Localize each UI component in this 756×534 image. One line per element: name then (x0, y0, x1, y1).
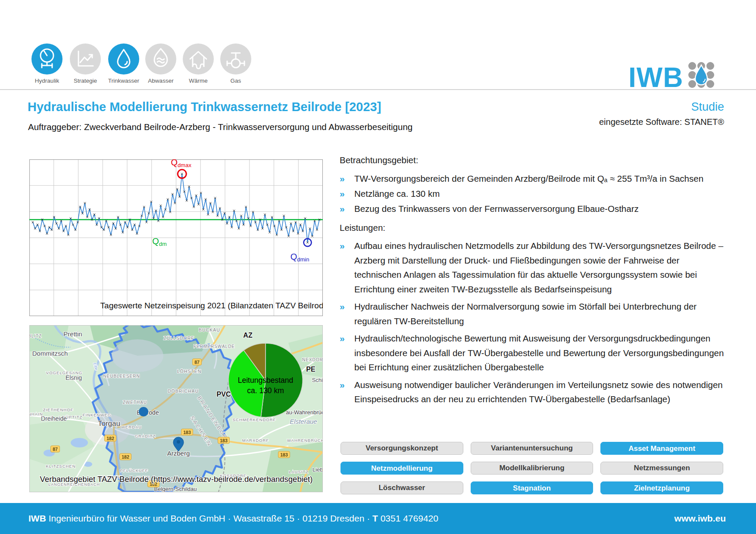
road-shield-number: 182 (106, 436, 114, 441)
chevron-bullet-icon: » (340, 171, 354, 186)
map-label: Lieb (312, 466, 322, 473)
map-label: ZWETHAU (123, 400, 147, 405)
map-label: LAUSITZ (289, 469, 309, 474)
map-label: ZÜLLSDORF (163, 335, 194, 341)
leistung-text: Hydraulischer Nachweis der Normalversorg… (354, 299, 725, 328)
leistung-text: Hydraulisch/technologische Bewertung mit… (354, 331, 725, 375)
pie-center-label: Leitungsbestand (238, 376, 293, 385)
chevron-bullet-icon: » (340, 331, 354, 375)
section-title-leistungen: Leistungen: (340, 223, 725, 233)
leistung-item: »Hydraulischer Nachweis der Normalversor… (340, 299, 725, 328)
betrachtungsgebiet-item: »Netzlänge ca. 130 km (340, 186, 725, 201)
road-shield-number: 183 (183, 430, 191, 435)
timeseries-chart-figure: QdmaxQdminQdmTageswerte Netzeinspeisung … (29, 159, 323, 316)
footer-bar: IWB Ingenieurbüro für Wasser und Boden G… (0, 503, 756, 534)
map-label: LÖHSTEN (177, 369, 202, 374)
map-label: PFLÜCKUFF (120, 468, 148, 473)
road-shield-number: 87 (53, 447, 58, 452)
abwasser-icon (145, 43, 176, 75)
iwb-logo-drop-icon (687, 61, 715, 89)
iwb-logo: IWB (628, 61, 715, 89)
page: Hydraulik Strategie Trinkwasser Abwasser… (0, 0, 756, 534)
service-icon-gas[interactable]: Gas (210, 43, 262, 84)
waerme-icon (183, 43, 214, 75)
map-label: PE (306, 366, 316, 373)
map-label: Elsteraue (290, 418, 317, 425)
map-label: PVC (217, 391, 231, 398)
map-caption: Verbandsgebiet TAZV Beilrode (https://ww… (40, 475, 313, 484)
map-label: SCHMERKENDORF (233, 417, 276, 422)
map-label: Elsnig (66, 374, 82, 381)
tag-variantenuntersuchung[interactable]: Variantenuntersuchung (471, 442, 594, 455)
map-label: BLITZ (30, 334, 42, 338)
leistung-item: »Hydraulisch/technologische Bewertung mi… (340, 331, 725, 375)
map-figure: PrettinBLITZZÜLLSDORFBUCKAUFERMERSWALDED… (29, 325, 323, 492)
betrachtungsgebiet-list: »TW-Versorgungsbereich der Gemeinden Arz… (340, 171, 725, 216)
hydraulik-icon (31, 43, 62, 75)
road-shield-number: 183 (220, 438, 228, 443)
betrachtungsgebiet-item: »Bezug des Trinkwassers von der Fernwass… (340, 201, 725, 216)
chevron-bullet-icon: » (340, 239, 354, 296)
timeseries-chart: QdmaxQdminQdmTageswerte Netzeinspeisung … (29, 159, 323, 316)
software-label: eingesetzte Software: STANET® (599, 117, 724, 127)
map-label: Schilda (312, 377, 322, 383)
map-label: au-Wahrenbrück (286, 409, 322, 416)
map-label: ZIETHENHOF (43, 407, 74, 412)
map-label: NEUBLEESERN (103, 374, 140, 379)
map-label: Torgau (98, 419, 120, 428)
tag-modellkalibrierung[interactable]: Modellkalibrierung (471, 462, 594, 475)
map-label: WAHRENBRÜCK (287, 438, 322, 443)
tag-zielnetzplanung[interactable]: Zielnetzplanung (600, 481, 723, 494)
footer-address: IWB Ingenieurbüro für Wasser und Boden G… (28, 513, 438, 524)
map-label: Dommitzsch (32, 350, 68, 357)
chevron-bullet-icon: » (340, 299, 354, 328)
betrachtungsgebiet-text: TW-Versorgungsbereich der Gemeinden Arzb… (354, 171, 703, 186)
gas-icon (220, 43, 251, 75)
qdmax-annotation: Qdmax (171, 159, 192, 168)
betrachtungsgebiet-text: Bezug des Trinkwassers von der Fernwasse… (354, 201, 639, 216)
client-line: Auftraggeber: Zweckverband Beilrode-Arzb… (28, 122, 412, 132)
map-label: Dreiheide (41, 415, 67, 422)
leistungen-list: »Aufbau eines hydraulischen Netzmodells … (340, 239, 725, 407)
map-label: DÖBRICHAU (168, 388, 199, 394)
qdmin-annotation: Qdmin (291, 252, 309, 263)
chevron-bullet-icon: » (340, 378, 354, 407)
page-title: Hydraulische Modellierung Trinkwassernet… (28, 100, 381, 114)
tag-asset-management[interactable]: Asset Management (600, 442, 723, 455)
map-label: MARXDORF (242, 438, 269, 443)
footer-website: www.iwb.eu (675, 513, 726, 524)
chevron-bullet-icon: » (340, 186, 354, 201)
section-title-betrachtungsgebiet: Betrachtungsgebiet: (340, 155, 725, 165)
leistung-text: Aufbau eines hydraulischen Netzmodells z… (354, 239, 725, 296)
iwb-logo-text: IWB (628, 66, 683, 89)
service-tags-grid: VersorgungskonzeptVariantenuntersuchungA… (341, 442, 723, 494)
leistung-text: Ausweisung notwendiger baulicher Verände… (354, 378, 725, 407)
tag-stagnation[interactable]: Stagnation (471, 481, 594, 494)
map-label: KLITZSCHEN (46, 464, 75, 469)
leistung-item: »Aufbau eines hydraulischen Netzmodells … (340, 239, 725, 296)
chart-caption: Tageswerte Netzeinspeisung 2021 (Bilanzd… (100, 301, 323, 310)
verbandsgebiet-map: PrettinBLITZZÜLLSDORFBUCKAUFERMERSWALDED… (30, 326, 322, 492)
tag-versorgungskonzept[interactable]: Versorgungskonzept (341, 442, 463, 455)
map-label: WERDAU (121, 425, 142, 429)
map-label: NEXDORF (302, 357, 322, 362)
road-shield-number: 87 (194, 360, 200, 365)
map-label: GRADITZ (135, 434, 156, 438)
leistung-item: »Ausweisung notwendiger baulicher Veränd… (340, 378, 725, 407)
map-label: BUCKAU (199, 327, 220, 332)
beilrode-marker (139, 407, 148, 416)
project-type-label: Studie (691, 100, 724, 114)
map-label: FERMERSWALDE (194, 344, 235, 349)
tag-l-schwasser[interactable]: Löschwasser (341, 481, 463, 494)
map-label: Prettin (63, 330, 82, 338)
header-divider (0, 89, 756, 90)
map-label: Belgern-Schildau (154, 486, 197, 492)
tag-netzmodellierung[interactable]: Netzmodellierung (341, 462, 463, 475)
pie-center-label-2: ca. 130 km (247, 386, 284, 395)
service-icon-label: Gas (210, 78, 262, 84)
description-column: Betrachtungsgebiet: »TW-Versorgungsberei… (340, 155, 725, 410)
betrachtungsgebiet-text: Netzlänge ca. 130 km (354, 186, 440, 201)
strategie-icon (70, 43, 101, 75)
map-label: AZ (243, 332, 253, 339)
tag-netzmessungen[interactable]: Netzmessungen (600, 462, 723, 475)
